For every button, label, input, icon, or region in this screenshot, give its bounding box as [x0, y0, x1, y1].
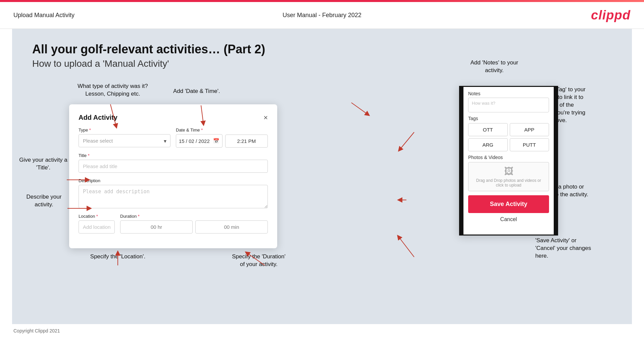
- photos-hint: Drag and Drop photos and videos or click…: [472, 178, 545, 188]
- type-group: Type * Please select: [79, 127, 170, 148]
- tags-label: Tags: [463, 116, 554, 123]
- duration-hr-input[interactable]: [120, 220, 193, 234]
- title-input[interactable]: [79, 160, 268, 173]
- date-field[interactable]: 15 / 02 / 2022 📅: [176, 134, 222, 148]
- svg-line-10: [399, 237, 414, 257]
- location-group: Location *: [79, 214, 115, 234]
- date-value: 15 / 02 / 2022: [179, 138, 210, 144]
- notes-label: Notes: [463, 87, 554, 98]
- description-row: Description: [79, 178, 268, 208]
- datetime-label: Date & Time *: [176, 127, 268, 133]
- location-input[interactable]: [79, 220, 115, 234]
- type-label: Type *: [79, 127, 170, 133]
- top-bar: Upload Manual Activity User Manual - Feb…: [0, 2, 644, 29]
- duration-min-input[interactable]: [195, 220, 268, 234]
- annotation-notes: Add 'Notes' to your activity.: [461, 59, 528, 74]
- app-panel: Notes How was it? Tags OTT APP ARG PUTT …: [459, 86, 558, 236]
- title-label: Title *: [79, 153, 268, 158]
- tag-putt[interactable]: PUTT: [510, 138, 549, 151]
- type-required-mark: *: [88, 127, 91, 133]
- location-label: Location *: [79, 214, 115, 219]
- duration-group: Duration *: [120, 214, 268, 234]
- main-content: All your golf-relevant activities… (Part…: [12, 29, 632, 324]
- tag-arg[interactable]: ARG: [468, 138, 508, 151]
- location-duration-row: Location * Duration *: [79, 214, 268, 234]
- svg-line-7: [351, 103, 368, 114]
- dialog-close-button[interactable]: ×: [263, 114, 268, 121]
- type-select[interactable]: Please select: [79, 134, 170, 147]
- annotation-title: Give your activity a 'Title'.: [18, 156, 68, 172]
- cancel-button[interactable]: Cancel: [463, 216, 554, 228]
- datetime-group: Date & Time * 15 / 02 / 2022 📅 2:21 PM: [176, 127, 268, 148]
- annotation-duration: Specify the 'Duration' of your activity.: [217, 253, 301, 268]
- type-datetime-row: Type * Please select Date & Time * 15 / …: [79, 127, 268, 148]
- description-label: Description: [79, 178, 268, 183]
- title-row: Title *: [79, 153, 268, 173]
- dialog-header: Add Activity ×: [79, 114, 268, 121]
- page-title: Upload Manual Activity: [13, 12, 75, 19]
- description-textarea[interactable]: [79, 185, 268, 208]
- annotation-location: Specify the 'Location'.: [84, 253, 151, 261]
- type-select-wrapper: Please select: [79, 134, 170, 147]
- tag-app[interactable]: APP: [510, 123, 549, 136]
- app-left-bar: [460, 87, 463, 235]
- time-field[interactable]: 2:21 PM: [225, 135, 268, 148]
- annotation-description: Describe your activity.: [19, 193, 69, 209]
- duration-label: Duration *: [120, 214, 268, 219]
- photos-label: Photos & Videos: [463, 155, 554, 162]
- duration-required-mark: *: [137, 214, 140, 219]
- tags-grid: OTT APP ARG PUTT: [468, 123, 549, 151]
- title-group: Title *: [79, 153, 268, 173]
- dialog-title: Add Activity: [79, 114, 117, 121]
- notes-placeholder: How was it?: [472, 101, 495, 106]
- notes-input[interactable]: How was it?: [468, 98, 549, 112]
- manual-title: User Manual - February 2022: [283, 12, 361, 19]
- app-content: Notes How was it? Tags OTT APP ARG PUTT …: [463, 87, 554, 235]
- datetime-required-mark: *: [200, 127, 203, 133]
- app-inner: Notes How was it? Tags OTT APP ARG PUTT …: [460, 87, 557, 235]
- logo: clippd: [591, 8, 631, 22]
- duration-inputs: [120, 220, 268, 234]
- date-time-group: 15 / 02 / 2022 📅 2:21 PM: [176, 134, 268, 148]
- annotation-datetime: Add 'Date & Time'.: [173, 88, 220, 95]
- add-activity-dialog: Add Activity × Type * Please select Date…: [69, 104, 277, 248]
- photos-upload-area[interactable]: 🖼 Drag and Drop photos and videos or cli…: [468, 162, 549, 191]
- copyright: Copyright Clippd 2021: [13, 328, 60, 333]
- save-activity-button[interactable]: Save Activity: [468, 195, 549, 213]
- description-group: Description: [79, 178, 268, 208]
- app-right-bar: [554, 87, 557, 235]
- upload-icon: 🖼: [504, 166, 513, 177]
- annotation-save: 'Save Activity' or 'Cancel' your changes…: [535, 237, 626, 260]
- title-required-mark: *: [87, 153, 90, 158]
- tag-ott[interactable]: OTT: [468, 123, 508, 136]
- calendar-icon[interactable]: 📅: [213, 138, 219, 144]
- location-required-mark: *: [95, 214, 98, 219]
- main-heading: All your golf-relevant activities… (Part…: [32, 42, 612, 56]
- footer: Copyright Clippd 2021: [0, 324, 644, 338]
- svg-line-8: [400, 132, 414, 150]
- annotation-type: What type of activity was it? Lesson, Ch…: [78, 83, 148, 98]
